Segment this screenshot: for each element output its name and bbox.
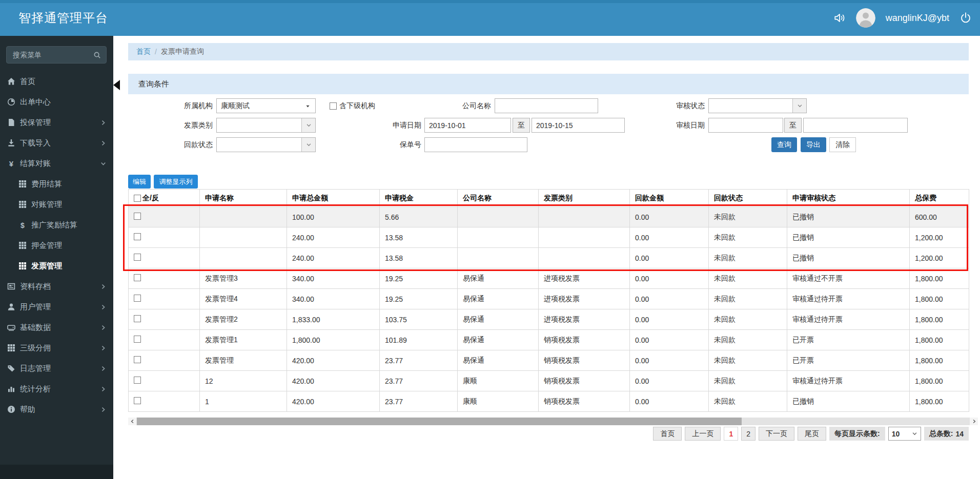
sidebar-item-home[interactable]: 首页 [0,71,113,92]
sidebar-search[interactable] [6,46,107,64]
sidebar-item-label: 费用结算 [31,179,62,189]
scroll-left-icon[interactable] [128,418,136,425]
sidebar-item-user-mgmt[interactable]: 用户管理 [0,297,113,317]
sidebar-item-base-data[interactable]: 基础数据 [0,317,113,338]
pager-next-button[interactable]: 下一页 [759,427,794,441]
cell-name: 发票管理1 [200,330,287,350]
scrollbar-thumb[interactable] [137,418,742,425]
row-checkbox[interactable] [134,336,141,343]
select-all-checkbox[interactable] [134,195,141,202]
adjust-columns-button[interactable]: 调整显示列 [154,175,198,189]
pager-first-button[interactable]: 首页 [653,427,682,441]
cell-company: 康顺 [458,391,539,412]
cell-type: 销项税发票 [539,330,630,350]
row-checkbox[interactable] [134,356,141,363]
svg-text:¥: ¥ [9,159,14,168]
header-actions: wanglinKJ@ybt [833,0,972,36]
cell-premium: 1,800.00 [910,268,969,289]
cell-refund_status: 未回款 [709,330,787,350]
cell-premium: 1,800.00 [910,330,969,350]
sidebar-item-fee-settlement[interactable]: 费用结算 [0,174,113,194]
apply-date-label: 申请日期 [360,118,421,133]
search-input[interactable] [12,50,93,59]
scroll-right-icon[interactable] [970,418,978,425]
hdd-icon [7,323,15,331]
policy-no-input[interactable] [424,137,527,152]
sidebar-item-label: 首页 [20,77,35,87]
per-page-select[interactable]: 10 [888,427,921,441]
power-icon[interactable] [959,12,972,24]
avatar[interactable] [856,8,875,28]
sidebar-item-three-level-commission[interactable]: 三级分佣 [0,338,113,358]
cell-audit_status: 已开票 [787,330,910,350]
row-checkbox[interactable] [134,233,141,240]
username[interactable]: wanglinKJ@ybt [886,13,949,24]
apply-date-to-input[interactable]: 2019-10-15 [532,118,625,133]
sidebar-item-archive[interactable]: 资料存档 [0,276,113,297]
pager-last-button[interactable]: 尾页 [798,427,826,441]
sidebar-item-log-mgmt[interactable]: 日志管理 [0,358,113,379]
sidebar-collapse-handle[interactable] [113,80,120,90]
cell-audit_status: 审核通过待开票 [787,309,910,330]
sidebar-item-download-import[interactable]: 下载导入 [0,133,113,153]
volume-icon[interactable] [833,12,846,24]
pager-prev-button[interactable]: 上一页 [685,427,721,441]
sidebar-item-label: 资料存档 [20,282,51,291]
row-checkbox[interactable] [134,377,141,384]
cell-refund_status: 未回款 [709,207,787,227]
sidebar-item-reconciliation[interactable]: 对账管理 [0,194,113,215]
grid-icon [18,241,27,249]
sidebar-menu: 首页出单中心投保管理下载导入¥结算对账费用结算对账管理$推广奖励结算押金管理发票… [0,71,113,420]
horizontal-scrollbar[interactable] [128,418,978,425]
invoice-type-select[interactable] [216,118,316,133]
row-checkbox[interactable] [134,397,141,404]
cell-type: 进项税发票 [539,268,630,289]
sidebar-item-invoice-mgmt[interactable]: 发票管理 [0,256,113,276]
sidebar-item-settlement[interactable]: ¥结算对账 [0,153,113,174]
clear-button[interactable]: 清除 [829,137,856,152]
audit-date-to-input[interactable] [803,118,908,133]
row-checkbox[interactable] [134,254,141,261]
row-checkbox[interactable] [134,315,141,322]
cell-name: 发票管理3 [200,268,287,289]
audit-date-from-input[interactable] [708,118,783,133]
cell-refund_status: 未回款 [709,248,787,268]
search-icon[interactable] [93,51,101,59]
checkbox-icon[interactable] [330,102,337,110]
audit-status-select[interactable] [708,98,807,113]
cell-total: 340.00 [287,289,380,309]
row-checkbox[interactable] [134,274,141,281]
sidebar-item-order-center[interactable]: 出单中心 [0,92,113,112]
sidebar-item-promo-reward[interactable]: $推广奖励结算 [0,215,113,235]
sidebar-item-stats-analysis[interactable]: 统计分析 [0,379,113,399]
row-checkbox[interactable] [134,295,141,302]
export-button[interactable]: 导出 [801,137,826,152]
cell-refund_amount: 0.00 [630,330,709,350]
cell-refund_amount: 0.00 [630,248,709,268]
sidebar-item-label: 结算对账 [20,159,51,169]
sidebar-item-help[interactable]: 帮助 [0,399,113,420]
column-header: 公司名称 [458,190,539,207]
cell-name: 发票管理2 [200,309,287,330]
row-checkbox[interactable] [134,213,141,220]
pager-page-2[interactable]: 2 [741,427,756,441]
cell-premium: 1,800.00 [910,289,969,309]
table-header-row: 全/反申请名称申请总金额申请税金公司名称发票类别回款金额回款状态申请审核状态总保… [129,190,969,207]
chevron-right-icon [100,284,106,289]
edit-button[interactable]: 编辑 [128,175,151,189]
include-sub-checkbox[interactable]: 含下级机构 [330,98,375,113]
apply-date-from-input[interactable]: 2019-10-01 [424,118,511,133]
cell-audit_status: 审核通过待开票 [787,371,910,391]
sidebar-item-deposit-mgmt[interactable]: 押金管理 [0,235,113,256]
cell-name: 1 [200,391,287,412]
pager-page-1[interactable]: 1 [724,427,738,441]
sidebar-item-policy-mgmt[interactable]: 投保管理 [0,112,113,133]
cell-tax: 101.89 [380,330,458,350]
cell-name [200,227,287,248]
org-select[interactable]: 康顺测试 [216,98,316,113]
refund-status-select[interactable] [216,137,316,152]
company-input[interactable] [495,98,598,113]
query-button[interactable]: 查询 [771,137,797,152]
breadcrumb-home-link[interactable]: 首页 [136,47,151,56]
cell-audit_status: 已撤销 [787,207,910,227]
